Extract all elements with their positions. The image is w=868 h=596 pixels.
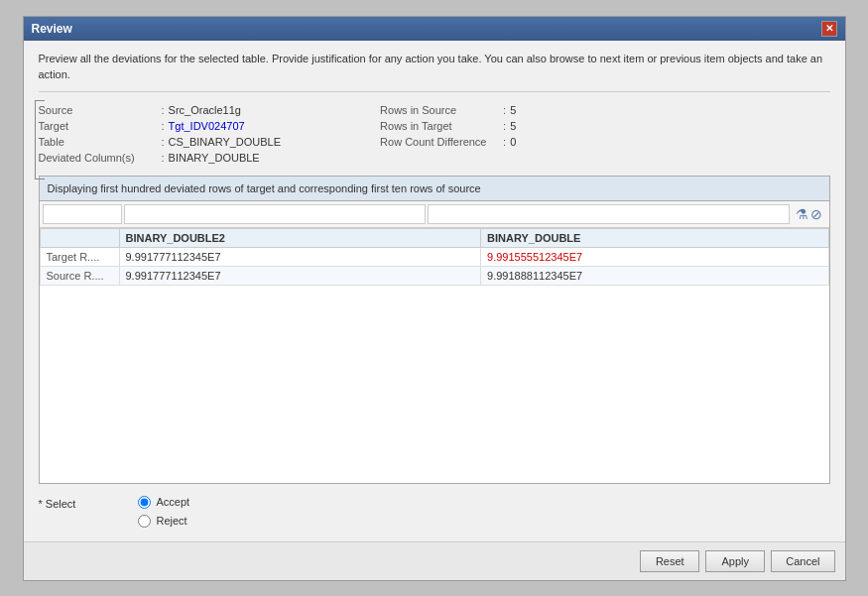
left-bracket bbox=[35, 100, 45, 179]
source-label: Source bbox=[39, 104, 158, 116]
apply-button[interactable]: Apply bbox=[705, 550, 765, 572]
reject-radio[interactable] bbox=[138, 515, 151, 528]
filter-input-small[interactable] bbox=[43, 204, 122, 224]
review-dialog: Review ✕ Preview all the deviations for … bbox=[23, 16, 846, 581]
dialog-title: Review bbox=[32, 22, 72, 36]
reject-radio-row: Reject bbox=[138, 515, 190, 528]
filter-input-col2[interactable] bbox=[428, 204, 790, 224]
col-header-0 bbox=[40, 228, 119, 247]
rows-target-label: Rows in Target bbox=[380, 120, 499, 132]
meta-rows-target-row: Rows in Target : 5 bbox=[380, 120, 516, 132]
meta-target-row: Target : Tgt_IDV024707 bbox=[39, 120, 282, 132]
reject-label: Reject bbox=[157, 515, 187, 527]
col-header-1: BINARY_DOUBLE2 bbox=[119, 228, 481, 247]
data-table: BINARY_DOUBLE2 BINARY_DOUBLE Target R...… bbox=[40, 228, 829, 286]
source-value: Src_Oracle11g bbox=[169, 104, 241, 116]
meta-table-row: Table : CS_BINARY_DOUBLE bbox=[39, 136, 282, 148]
col-header-2: BINARY_DOUBLE bbox=[481, 228, 828, 247]
meta-left-col: Source : Src_Oracle11g Target : Tgt_IDV0… bbox=[39, 104, 282, 164]
cancel-button[interactable]: Cancel bbox=[771, 550, 834, 572]
table-filter-row: ⚗ ⊘ bbox=[40, 201, 829, 228]
table-value: CS_BINARY_DOUBLE bbox=[169, 136, 282, 148]
rows-source-value: 5 bbox=[510, 104, 516, 116]
table-section: Displaying first hundred deviated rows o… bbox=[39, 176, 830, 484]
table-row: Source R.... 9.991777112345E7 9.99188811… bbox=[40, 266, 828, 285]
row-count-diff-label: Row Count Difference bbox=[380, 136, 499, 148]
outer-container: Review ✕ Preview all the deviations for … bbox=[0, 0, 868, 596]
rows-target-value: 5 bbox=[510, 120, 516, 132]
source-row-label: Source R.... bbox=[40, 266, 119, 285]
filter-icon[interactable]: ⚗ bbox=[796, 206, 808, 222]
rows-source-label: Rows in Source bbox=[380, 104, 499, 116]
table-label: Table bbox=[39, 136, 158, 148]
reset-button[interactable]: Reset bbox=[640, 550, 699, 572]
filter-input-col1[interactable] bbox=[124, 204, 426, 224]
meta-section: Source : Src_Oracle11g Target : Tgt_IDV0… bbox=[39, 100, 830, 168]
close-button[interactable]: ✕ bbox=[821, 21, 837, 37]
dialog-footer: Reset Apply Cancel bbox=[24, 541, 845, 580]
deviated-col-label: Deviated Column(s) bbox=[39, 152, 158, 164]
select-section: * Select Accept Reject bbox=[39, 492, 830, 532]
target-col2-value: 9.991555512345E7 bbox=[481, 247, 828, 266]
table-header-info: Displaying first hundred deviated rows o… bbox=[40, 177, 829, 201]
target-col1-value: 9.991777112345E7 bbox=[119, 247, 481, 266]
filter-clear-icon[interactable]: ⊘ bbox=[810, 206, 822, 222]
dialog-title-bar: Review ✕ bbox=[24, 17, 845, 41]
description-text: Preview all the deviations for the selec… bbox=[39, 51, 830, 92]
source-col1-value: 9.991777112345E7 bbox=[119, 266, 481, 285]
meta-right-col: Rows in Source : 5 Rows in Target : 5 Ro… bbox=[380, 104, 516, 164]
meta-deviated-col-row: Deviated Column(s) : BINARY_DOUBLE bbox=[39, 152, 282, 164]
meta-rows-source-row: Rows in Source : 5 bbox=[380, 104, 516, 116]
radio-group: Accept Reject bbox=[138, 496, 190, 528]
accept-label: Accept bbox=[157, 496, 190, 508]
meta-row-count-diff-row: Row Count Difference : 0 bbox=[380, 136, 516, 148]
target-label: Target bbox=[39, 120, 158, 132]
dialog-body: Preview all the deviations for the selec… bbox=[24, 41, 845, 541]
source-col2-value: 9.991888112345E7 bbox=[481, 266, 828, 285]
filter-icons: ⚗ ⊘ bbox=[792, 206, 826, 222]
meta-source-row: Source : Src_Oracle11g bbox=[39, 104, 282, 116]
row-count-diff-value: 0 bbox=[510, 136, 516, 148]
target-row-label: Target R.... bbox=[40, 247, 119, 266]
select-label: * Select bbox=[39, 496, 118, 510]
accept-radio[interactable] bbox=[138, 496, 151, 509]
target-value: Tgt_IDV024707 bbox=[169, 120, 245, 132]
accept-radio-row: Accept bbox=[138, 496, 190, 509]
table-row: Target R.... 9.991777112345E7 9.99155551… bbox=[40, 247, 828, 266]
deviated-col-value: BINARY_DOUBLE bbox=[169, 152, 260, 164]
